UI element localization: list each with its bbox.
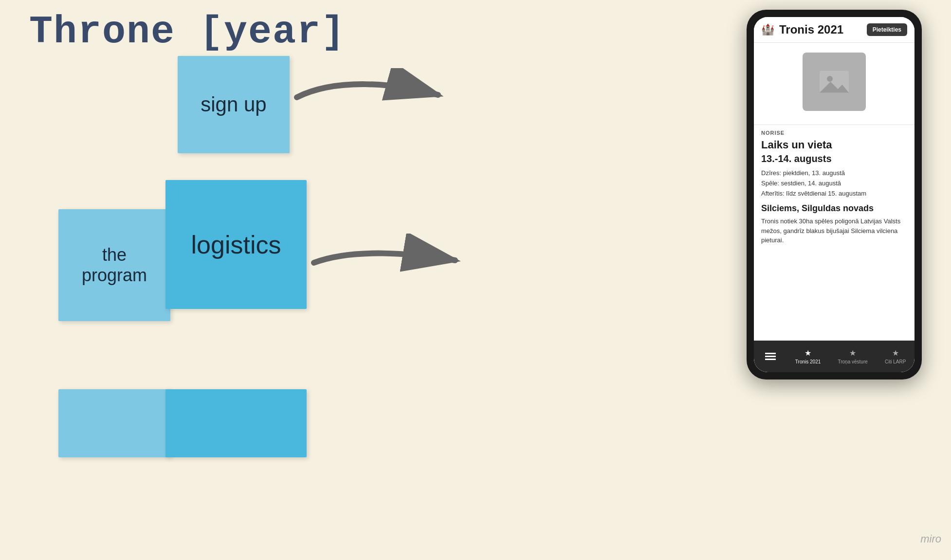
phone-mockup: 🏰 Tronis 2021 Pieteikties NORISE Laiks u… <box>747 10 922 379</box>
nav-icon-tronis: ★ <box>805 348 811 358</box>
the-program-sticky[interactable]: the program <box>58 209 170 321</box>
svg-point-3 <box>827 76 833 82</box>
phone-details: Dzīres: piektdien, 13. augustā Spēle: se… <box>761 168 907 199</box>
nav-item-citi-larp[interactable]: ★ Citi LARP <box>885 348 906 364</box>
hamburger-button[interactable] <box>763 350 778 362</box>
nav-label-tronis: Tronis 2021 <box>795 359 821 364</box>
phone-header-icon: 🏰 <box>761 23 774 36</box>
pieteikties-button[interactable]: Pieteikties <box>867 23 907 36</box>
phone-bottom-nav: ★ Tronis 2021 ★ Troņa vēsture ★ Citi LAR… <box>754 341 914 372</box>
bottom-right-sticky[interactable] <box>165 389 307 457</box>
sign-up-arrow <box>287 68 453 126</box>
phone-section-label: NORISE <box>761 130 907 136</box>
nav-icon-citi: ★ <box>892 348 899 358</box>
phone-image-placeholder <box>803 53 866 111</box>
miro-watermark: miro <box>920 533 941 545</box>
sign-up-sticky[interactable]: sign up <box>178 56 290 153</box>
nav-icon-vesture: ★ <box>849 348 856 358</box>
bottom-left-sticky[interactable] <box>58 389 170 457</box>
nav-label-citi: Citi LARP <box>885 359 906 364</box>
nav-item-tronis-2021[interactable]: ★ Tronis 2021 <box>795 348 821 364</box>
logistics-sticky[interactable]: logistics <box>165 180 307 309</box>
phone-location-desc: Tronis notiek 30ha spēles poligonā Latvi… <box>761 217 907 245</box>
phone-screen: 🏰 Tronis 2021 Pieteikties NORISE Laiks u… <box>754 17 914 372</box>
phone-content: NORISE Laiks un vieta 13.-14. augusts Dz… <box>754 130 914 341</box>
sign-up-label: sign up <box>201 93 266 116</box>
hamburger-line-1 <box>765 353 776 354</box>
logistics-label: logistics <box>191 230 281 259</box>
hamburger-line-3 <box>765 359 776 360</box>
the-program-label: the program <box>68 245 161 286</box>
logistics-arrow <box>304 234 470 292</box>
phone-content-divider <box>754 125 914 125</box>
nav-label-vesture: Troņa vēsture <box>838 359 867 364</box>
phone-section-title: Laiks un vieta <box>761 139 907 151</box>
phone-header-title: Tronis 2021 <box>779 23 843 36</box>
phone-date: 13.-14. augusts <box>761 153 907 164</box>
hamburger-line-2 <box>765 356 776 357</box>
page-title: Throne [year] <box>29 10 346 54</box>
phone-header: 🏰 Tronis 2021 Pieteikties <box>754 17 914 43</box>
nav-item-tronas-vesture[interactable]: ★ Troņa vēsture <box>838 348 867 364</box>
phone-location-title: Silciems, Silguldas novads <box>761 203 907 214</box>
